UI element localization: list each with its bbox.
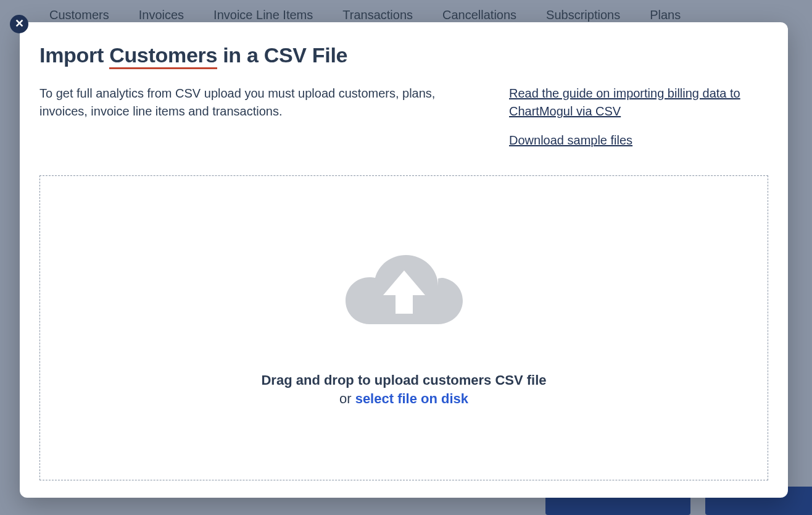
modal-title-entity: Customers	[109, 43, 217, 69]
bg-tab-cancellations[interactable]: Cancellations	[442, 8, 516, 22]
link-import-guide[interactable]: Read the guide on importing billing data…	[509, 85, 768, 120]
import-modal: Import Customers in a CSV File To get fu…	[20, 22, 788, 498]
dropzone-or: or	[339, 391, 355, 406]
bg-tab-invoice-line-items[interactable]: Invoice Line Items	[213, 8, 313, 22]
close-icon: ✕	[15, 18, 24, 29]
bg-tab-transactions[interactable]: Transactions	[342, 8, 413, 22]
link-download-samples[interactable]: Download sample files	[509, 132, 768, 149]
close-modal-button[interactable]: ✕	[10, 15, 28, 33]
modal-links-column: Read the guide on importing billing data…	[509, 85, 768, 149]
upload-cloud-icon	[339, 249, 469, 335]
dropzone-text: Drag and drop to upload customers CSV fi…	[261, 372, 546, 388]
modal-info-text: To get full analytics from CSV upload yo…	[39, 85, 459, 149]
modal-title-prefix: Import	[39, 43, 109, 67]
modal-title: Import Customers in a CSV File	[39, 43, 768, 67]
bg-tab-subscriptions[interactable]: Subscriptions	[546, 8, 620, 22]
select-file-link[interactable]: select file on disk	[355, 391, 468, 406]
bg-tab-plans[interactable]: Plans	[650, 8, 681, 22]
file-dropzone[interactable]: Drag and drop to upload customers CSV fi…	[39, 175, 768, 480]
bg-tab-customers[interactable]: Customers	[49, 8, 109, 22]
dropzone-subtext: or select file on disk	[339, 391, 468, 407]
bg-tab-invoices[interactable]: Invoices	[139, 8, 184, 22]
modal-title-suffix: in a CSV File	[217, 43, 347, 67]
modal-info-row: To get full analytics from CSV upload yo…	[39, 85, 768, 149]
